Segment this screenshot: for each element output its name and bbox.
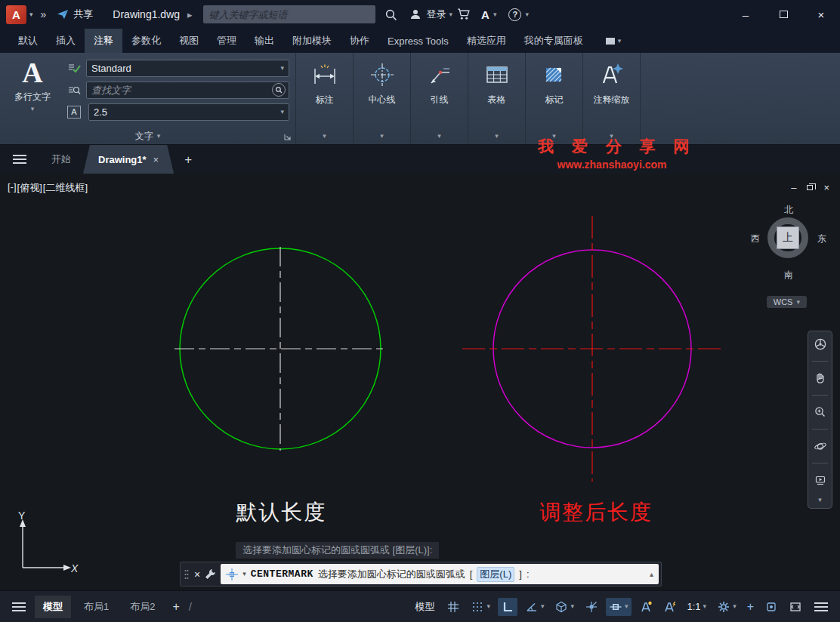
command-close-icon[interactable]: × [194,569,200,580]
vp-close-icon[interactable]: × [823,183,829,192]
annotation-scale-select[interactable]: 1:1 ▾ [684,599,710,614]
drawing1-tab[interactable]: Drawing1* × [83,145,174,174]
chevron-down-icon[interactable]: ▾ [552,133,556,140]
maximize-button[interactable] [764,0,802,29]
layout1-tab[interactable]: 布局1 [76,596,117,618]
annotation-monitor-toggle[interactable]: + [744,599,757,615]
drawing-area[interactable]: Y X [-] [俯视] [二维线框] – × 北 西 东 南 上 WCS ▾ [0,174,840,590]
search-button[interactable] [380,5,402,24]
navbar-caret-icon[interactable]: ▾ [818,497,822,503]
command-option-layer[interactable]: 图层(L) [477,567,514,582]
vp-minimize-icon[interactable]: – [791,183,796,192]
autodesk-account-button[interactable]: A ▾ [481,8,496,21]
tab-annotate[interactable]: 注释 [85,29,122,53]
pan-hand-icon[interactable] [814,371,827,385]
search-input[interactable] [209,9,369,20]
application-menu-button[interactable]: A [6,5,26,24]
command-history-caret-icon[interactable]: ▴ [650,571,653,578]
mtext-button[interactable]: A 多行文字 ▾ [8,57,57,128]
orbit-icon[interactable] [814,439,827,453]
chevron-down-icon[interactable]: ▾ [380,133,384,140]
grid-icon[interactable] [443,598,463,616]
qat-expand-icon[interactable]: » [41,9,47,20]
tab-insert[interactable]: 插入 [47,29,85,53]
centerline-panel-button[interactable]: 中心线 ▾ [354,53,411,144]
viewcube-north[interactable]: 北 [749,204,828,217]
dialog-launcher-icon[interactable] [284,134,291,140]
tab-add-ins[interactable]: 附加模块 [283,29,341,53]
zoom-icon[interactable] [814,405,827,419]
viewcube[interactable]: 北 西 东 南 上 [749,204,828,282]
chevron-down-icon[interactable]: ▾ [323,133,326,140]
workspace-switch-button[interactable]: ▾ [714,598,740,616]
showmotion-icon[interactable] [814,473,827,487]
app-menu-caret-icon[interactable]: ▾ [29,11,33,18]
viewport-visual-style-control[interactable]: [二维线框] [43,181,88,195]
chevron-down-icon[interactable]: ▾ [495,133,499,140]
command-input[interactable]: ▾ CENTERMARK 选择要添加圆心标记的圆或圆弧或 [ 图层(L) ] :… [221,564,659,584]
steering-wheel-icon[interactable] [814,337,827,351]
annotation-autoscale-toggle[interactable] [660,598,680,616]
text-style-select[interactable]: Standard ▾ [86,60,289,77]
command-line-bar[interactable]: × ▾ CENTERMARK 选择要添加圆心标记的圆或圆弧或 [ 图层(L) ]… [180,562,662,587]
model-space-toggle[interactable]: 模型 [415,600,434,614]
tab-manage[interactable]: 管理 [208,29,246,53]
markup-panel-button[interactable]: 标记 ▾ [526,53,583,144]
text-panel-title[interactable]: 文字 ▾ [0,128,295,144]
chevron-down-icon[interactable]: ▾ [610,133,613,140]
snap-mode-toggle[interactable]: ▾ [468,598,493,616]
tab-parametric[interactable]: 参数化 [122,29,170,53]
text-height-select[interactable]: 2.5 ▾ [88,103,289,121]
tab-output[interactable]: 输出 [246,29,283,53]
ortho-mode-toggle[interactable] [498,598,517,616]
command-customize-icon[interactable] [205,568,216,580]
viewcube-top-face[interactable]: 上 [777,226,799,249]
tab-my-panel[interactable]: 我的专属面板 [515,29,592,53]
ribbon-display-toggle[interactable]: ▾ [606,29,622,53]
tab-express-tools[interactable]: Express Tools [378,29,458,53]
help-button[interactable]: ? ▾ [508,8,529,21]
start-tab[interactable]: 开始 [39,145,83,174]
layout-tabs-menu-icon[interactable] [8,598,30,616]
viewport-menu-control[interactable]: [-] [8,181,17,195]
isometric-drafting-toggle[interactable]: ▾ [551,598,577,616]
isolate-objects-button[interactable] [761,598,781,616]
new-drawing-tab-button[interactable]: + [174,145,202,174]
app-store-button[interactable] [452,5,475,23]
title-caret-icon[interactable]: ▸ [187,10,193,20]
new-layout-button[interactable]: + [168,601,184,613]
command-options-caret-icon[interactable]: ▾ [242,571,246,577]
table-panel-button[interactable]: 表格 ▾ [468,53,526,144]
tab-collaborate[interactable]: 协作 [341,29,378,53]
close-button[interactable]: × [802,0,840,29]
object-snap-toggle[interactable]: ▾ [606,598,632,616]
tab-close-icon[interactable]: × [153,155,159,165]
viewcube-south[interactable]: 南 [749,269,828,282]
minimize-button[interactable]: – [727,0,764,29]
viewport-view-control[interactable]: [俯视] [17,181,42,195]
find-search-icon[interactable] [272,83,286,97]
layout2-tab[interactable]: 布局2 [122,596,163,618]
clean-screen-button[interactable] [786,598,805,616]
annotation-visibility-toggle[interactable] [636,598,656,616]
tab-view[interactable]: 视图 [170,29,208,53]
chevron-down-icon[interactable]: ▾ [437,133,441,140]
share-button[interactable]: 共享 [57,8,93,21]
find-text-input[interactable] [91,85,272,96]
tab-default[interactable]: 默认 [9,29,47,53]
file-tabs-menu-icon[interactable] [0,145,39,174]
vp-restore-icon[interactable] [807,185,813,190]
leader-panel-button[interactable]: 引线 ▾ [411,53,468,144]
login-button[interactable]: 登录 [409,8,446,21]
command-grip-handle[interactable] [184,568,190,581]
customization-menu-icon[interactable] [810,598,832,616]
wcs-dropdown[interactable]: WCS ▾ [767,296,807,308]
annotation-scaling-panel-button[interactable]: 注释缩放 ▾ [583,53,641,144]
object-snap-tracking-toggle[interactable] [582,598,601,616]
viewcube-west[interactable]: 西 [751,232,760,245]
dimension-panel-button[interactable]: 标注 ▾ [296,53,354,144]
tab-featured-apps[interactable]: 精选应用 [458,29,515,53]
model-layout-tab[interactable]: 模型 [35,596,71,618]
viewcube-east[interactable]: 东 [817,232,826,245]
polar-tracking-toggle[interactable]: ▾ [522,598,548,616]
